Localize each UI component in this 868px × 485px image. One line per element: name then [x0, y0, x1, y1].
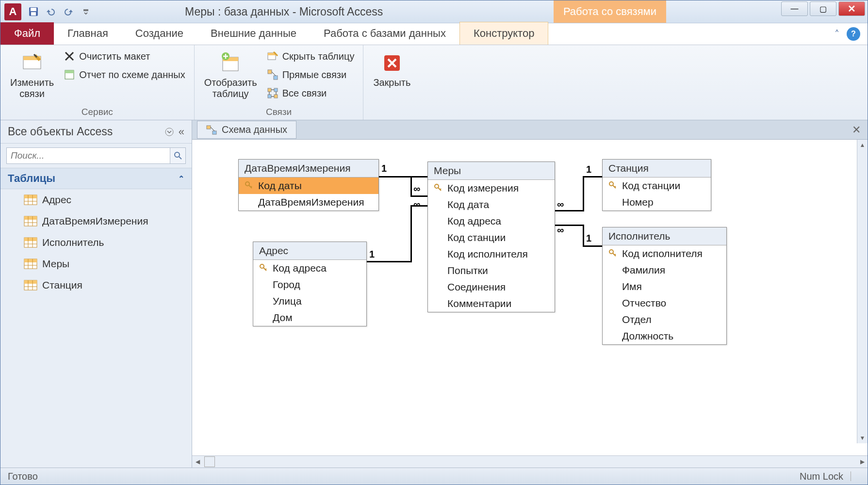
entity-field[interactable]: Код станции — [603, 178, 711, 194]
window-controls: — ▢ ✕ — [781, 1, 865, 16]
svg-point-48 — [246, 182, 249, 186]
file-tab[interactable]: Файл — [0, 22, 54, 45]
ribbon-collapse-button[interactable]: ˄ — [835, 28, 839, 40]
nav-collapse-button[interactable]: « — [179, 126, 184, 138]
save-button[interactable] — [27, 5, 40, 18]
tab-database-tools[interactable]: Работа с базами данных — [310, 22, 459, 45]
svg-rect-1 — [31, 8, 36, 11]
svg-point-19 — [165, 128, 173, 136]
document-tab[interactable]: Схема данных — [197, 121, 296, 139]
entity-field[interactable]: Фамилия — [603, 262, 726, 278]
entity-measures[interactable]: Меры Код измерения Код дата Код адреса К… — [427, 162, 555, 312]
entity-station[interactable]: Станция Код станции Номер — [602, 159, 711, 211]
scroll-left-button[interactable]: ◀ — [192, 456, 203, 467]
navigation-pane: Все объекты Access « Таблицы ⌃ АдресДата… — [0, 120, 192, 468]
entity-address[interactable]: Адрес Код адреса Город Улица Дом — [253, 242, 367, 326]
group-label-tools: Сервис — [8, 105, 187, 117]
main-area: Все объекты Access « Таблицы ⌃ АдресДата… — [0, 120, 868, 468]
entity-title: ДатаВремяИзмерения — [239, 160, 378, 178]
document-close-button[interactable]: ✕ — [850, 124, 863, 136]
nav-search — [0, 144, 192, 168]
entity-field[interactable]: Должность — [603, 328, 726, 344]
horizontal-scrollbar[interactable]: ◀ ▶ — [192, 455, 868, 468]
tab-home[interactable]: Главная — [54, 22, 122, 45]
direct-relationships-button[interactable]: Прямые связи — [265, 67, 356, 82]
tab-create[interactable]: Создание — [122, 22, 197, 45]
ribbon-body: Изменить связи Очистить макет Отчет по с… — [0, 45, 868, 120]
svg-point-20 — [175, 152, 180, 157]
close-relationships-button[interactable]: Закрыть — [371, 49, 413, 91]
svg-point-49 — [260, 264, 264, 268]
nav-table-item[interactable]: Меры — [0, 253, 192, 275]
relationship-report-button[interactable]: Отчет по схеме данных — [62, 67, 186, 82]
entity-field[interactable]: ДатаВремяИзмерения — [239, 194, 378, 210]
vertical-scrollbar[interactable]: ▲ ▼ — [857, 140, 868, 443]
close-button[interactable]: ✕ — [838, 1, 865, 16]
svg-rect-16 — [268, 95, 271, 98]
entity-field[interactable]: Код дата — [428, 196, 555, 213]
ribbon-help-area: ˄ ? — [835, 27, 860, 41]
relationships-icon — [206, 125, 217, 135]
maximize-button[interactable]: ▢ — [810, 1, 836, 16]
all-relationships-button[interactable]: Все связи — [265, 86, 356, 100]
relationship-canvas[interactable]: 1 ∞ 1 ∞ ∞ ∞ 1 1 ДатаВремяИзмерения — [192, 140, 868, 455]
entity-field[interactable]: Код адреса — [428, 213, 555, 229]
entity-field[interactable]: Отчество — [603, 295, 726, 311]
status-bar: Готово Num Lock — [0, 468, 868, 485]
entity-field[interactable]: Комментарии — [428, 295, 555, 312]
entity-field[interactable]: Код станции — [428, 229, 555, 246]
nav-table-item[interactable]: Станция — [0, 275, 192, 296]
dropdown-icon[interactable] — [165, 128, 174, 136]
nav-table-item[interactable]: ДатаВремяИзмерения — [0, 210, 192, 232]
svg-rect-12 — [268, 70, 272, 74]
nav-table-item[interactable]: Исполнитель — [0, 232, 192, 253]
svg-rect-46 — [207, 126, 211, 129]
minimize-button[interactable]: — — [781, 1, 808, 16]
ribbon-group-close: Закрыть — [363, 45, 420, 120]
svg-point-52 — [609, 250, 613, 254]
quick-access-toolbar — [27, 5, 93, 18]
nav-header[interactable]: Все объекты Access « — [0, 120, 192, 144]
clear-layout-button[interactable]: Очистить макет — [62, 49, 186, 64]
show-table-button[interactable]: Отобразить таблицу — [202, 49, 260, 102]
help-button[interactable]: ? — [847, 27, 860, 41]
entity-field[interactable]: Код адреса — [253, 260, 366, 276]
entity-executor[interactable]: Исполнитель Код исполнителя Фамилия Имя … — [602, 227, 727, 345]
svg-rect-13 — [274, 76, 278, 80]
entity-datetime[interactable]: ДатаВремяИзмерения Код даты ДатаВремяИзм… — [238, 159, 379, 211]
entity-field[interactable]: Код исполнителя — [603, 245, 726, 262]
entity-field[interactable]: Отдел — [603, 311, 726, 328]
nav-table-item[interactable]: Адрес — [0, 189, 192, 210]
hide-table-button[interactable]: Скрыть таблицу — [265, 49, 356, 64]
scroll-right-button[interactable]: ▶ — [857, 456, 868, 467]
undo-button[interactable] — [44, 5, 58, 18]
entity-field[interactable]: Имя — [603, 278, 726, 295]
svg-rect-47 — [213, 131, 216, 134]
scroll-down-button[interactable]: ▼ — [857, 433, 868, 443]
entity-field[interactable]: Код исполнителя — [428, 246, 555, 262]
search-input[interactable] — [6, 147, 170, 164]
edit-relationships-button[interactable]: Изменить связи — [8, 49, 56, 102]
app-icon: А — [4, 3, 21, 20]
entity-field[interactable]: Номер — [603, 194, 711, 210]
entity-title: Адрес — [253, 242, 366, 260]
entity-field[interactable]: Улица — [253, 293, 366, 309]
entity-field[interactable]: Соединения — [428, 279, 555, 295]
entity-title: Исполнитель — [603, 227, 726, 245]
tab-external-data[interactable]: Внешние данные — [197, 22, 310, 45]
search-button[interactable] — [170, 147, 186, 164]
entity-field[interactable]: Дом — [253, 309, 366, 326]
entity-field[interactable]: Попытки — [428, 262, 555, 279]
nav-group-tables[interactable]: Таблицы ⌃ — [0, 168, 192, 189]
ribbon-group-tools: Изменить связи Очистить макет Отчет по с… — [0, 45, 195, 120]
svg-rect-15 — [274, 88, 278, 92]
redo-button[interactable] — [62, 5, 75, 18]
collapse-icon: ⌃ — [178, 174, 184, 183]
tab-design[interactable]: Конструктор — [459, 22, 548, 45]
qat-customize-button[interactable] — [79, 5, 93, 18]
entity-field[interactable]: Код даты — [239, 178, 378, 194]
entity-field[interactable]: Город — [253, 276, 366, 293]
scroll-up-button[interactable]: ▲ — [857, 140, 868, 150]
entity-field[interactable]: Код измерения — [428, 180, 555, 196]
svg-rect-22 — [24, 195, 37, 198]
